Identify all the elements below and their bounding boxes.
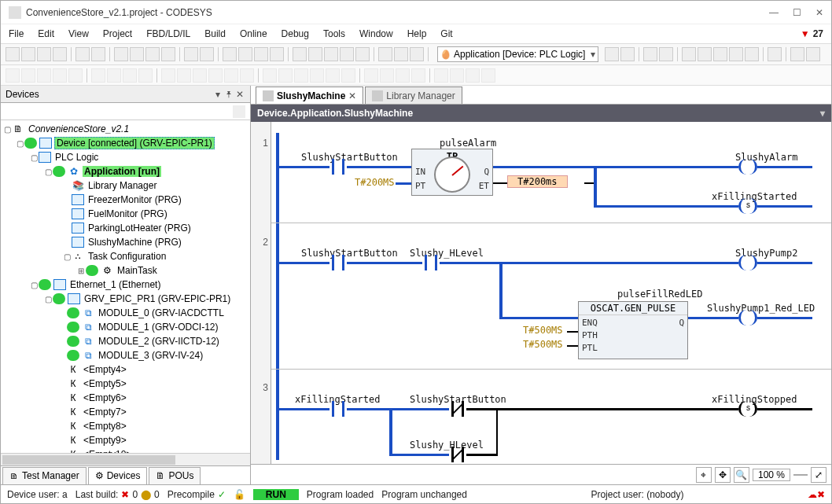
tree-m1[interactable]: MODULE_1 (GRV-ODCI-12)	[97, 322, 219, 333]
tb-y-icon[interactable]	[790, 47, 804, 61]
tree-e9[interactable]: <Empty9>	[82, 435, 128, 446]
et-20-icon[interactable]	[326, 68, 340, 83]
tb-d-icon[interactable]	[340, 47, 354, 61]
contact-nc[interactable]	[449, 401, 466, 417]
et-15-icon[interactable]	[240, 68, 254, 83]
menu-debug[interactable]: Debug	[282, 28, 309, 39]
zoom-level[interactable]: 100 %	[753, 469, 790, 481]
tree-eth[interactable]: Ethernet_1 (Ethernet)	[68, 279, 162, 290]
et-19-icon[interactable]	[310, 68, 324, 83]
et-18-icon[interactable]	[294, 68, 308, 83]
zoom-dropdown-icon[interactable]	[793, 474, 808, 476]
menu-build[interactable]: Build	[204, 28, 226, 39]
oscat-block[interactable]: OSCAT.GEN_PULSE ENQ PTH PTL Q	[578, 301, 688, 359]
et-25-icon[interactable]	[411, 68, 425, 83]
cut-icon[interactable]	[114, 47, 128, 61]
pane-close-icon[interactable]: ✕	[234, 89, 245, 100]
coil[interactable]	[738, 255, 757, 270]
et-4-icon[interactable]	[53, 68, 67, 83]
tb-g-icon[interactable]	[394, 47, 408, 61]
tree-prg3[interactable]: ParkingLotHeater (PRG)	[87, 223, 193, 234]
et-29-icon[interactable]	[481, 68, 495, 83]
tree-project[interactable]: ConvenienceStore_v2.1	[27, 123, 131, 134]
et-13-icon[interactable]	[208, 68, 223, 83]
autohide-icon[interactable]: 🖈	[223, 89, 234, 100]
tab-close-icon[interactable]: ✕	[348, 90, 356, 101]
ladder-editor[interactable]: 1 2 3 SlushyStartButton pulseAlarm TP IN	[251, 122, 831, 484]
et-6-icon[interactable]	[91, 68, 105, 83]
menu-online[interactable]: Online	[240, 28, 267, 39]
start-icon[interactable]	[643, 47, 657, 61]
logout-icon[interactable]	[620, 47, 635, 61]
login-icon[interactable]	[605, 47, 619, 61]
tb-x-icon[interactable]	[768, 47, 782, 61]
cloud-icon[interactable]: ☁✖	[808, 489, 825, 500]
menu-git[interactable]: Git	[440, 28, 452, 39]
run-to-icon[interactable]	[729, 47, 743, 61]
tree-device[interactable]: Device [connected] (GRV-EPIC-PR1)	[54, 137, 215, 149]
contact-no[interactable]	[422, 255, 440, 270]
fit-icon[interactable]: ⤢	[811, 467, 826, 483]
save-icon[interactable]	[37, 47, 51, 61]
et-5-icon[interactable]	[68, 68, 83, 83]
tree-prg1[interactable]: FreezerMonitor (PRG)	[87, 194, 183, 205]
coil-set[interactable]: s	[738, 401, 757, 417]
tree-m2[interactable]: MODULE_2 (GRV-IICTD-12)	[97, 336, 221, 347]
twisty-icon[interactable]: ▢	[43, 167, 53, 176]
delete-icon[interactable]	[161, 47, 175, 61]
redo-icon[interactable]	[91, 47, 105, 61]
menu-view[interactable]: View	[68, 28, 89, 39]
menu-window[interactable]: Window	[359, 28, 393, 39]
minimize-button[interactable]: —	[769, 7, 779, 18]
tree-taskcfg[interactable]: Task Configuration	[87, 251, 168, 262]
pointer-icon[interactable]: ⌖	[696, 467, 712, 483]
et-11-icon[interactable]	[177, 68, 191, 83]
twisty-icon[interactable]: ▢	[29, 281, 39, 289]
bookmark-next-icon[interactable]	[238, 47, 252, 61]
tree-e7[interactable]: <Empty7>	[82, 407, 128, 418]
step-in-icon[interactable]	[682, 47, 696, 61]
tree-prg2[interactable]: FuelMonitor (PRG)	[87, 208, 169, 219]
tree-prg4[interactable]: SlushyMachine (PRG)	[87, 237, 183, 248]
twisty-icon[interactable]: ▢	[43, 295, 53, 304]
et-7-icon[interactable]	[107, 68, 121, 83]
copy-icon[interactable]	[130, 47, 144, 61]
tree-grv[interactable]: GRV_EPIC_PR1 (GRV-EPIC-PR1)	[83, 293, 232, 304]
et-8-icon[interactable]	[123, 68, 137, 83]
contact-nc[interactable]	[449, 447, 466, 462]
tree-e6[interactable]: <Empty6>	[82, 392, 128, 403]
tab-library-manager[interactable]: Library Manager	[365, 86, 462, 104]
menu-file[interactable]: File	[9, 28, 24, 39]
coil[interactable]	[738, 310, 757, 326]
find-icon[interactable]	[184, 47, 198, 61]
tree-app[interactable]: Application [run]	[83, 166, 161, 177]
menu-fbd[interactable]: FBD/LD/IL	[146, 28, 190, 39]
tb-c-icon[interactable]	[324, 47, 338, 61]
subbar-dropdown-icon[interactable]	[233, 105, 245, 118]
menu-edit[interactable]: Edit	[38, 28, 54, 39]
tree-plc[interactable]: PLC Logic	[53, 152, 100, 163]
maximize-button[interactable]: ☐	[793, 7, 801, 18]
contact-no[interactable]	[329, 255, 347, 270]
bookmark-clear-icon[interactable]	[270, 47, 284, 61]
pin-icon[interactable]: ▾	[212, 89, 223, 100]
tree-e8[interactable]: <Empty8>	[82, 421, 128, 432]
tree-e5[interactable]: <Empty5>	[82, 378, 128, 389]
et-22-icon[interactable]	[364, 68, 378, 83]
et-23-icon[interactable]	[380, 68, 394, 83]
bookmark-prev-icon[interactable]	[254, 47, 268, 61]
menu-project[interactable]: Project	[103, 28, 132, 39]
et-2-icon[interactable]	[21, 68, 35, 83]
step-over-icon[interactable]	[698, 47, 712, 61]
twisty-icon[interactable]: ▢	[62, 252, 72, 261]
twisty-icon[interactable]: ▢	[15, 139, 24, 148]
menu-tools[interactable]: Tools	[323, 28, 345, 39]
coil[interactable]	[738, 159, 757, 175]
close-button[interactable]: ✕	[815, 7, 823, 18]
tree-e4[interactable]: <Empty4>	[82, 364, 128, 375]
et-3-icon[interactable]	[37, 68, 51, 83]
et-9-icon[interactable]	[138, 68, 153, 83]
twisty-icon[interactable]: ⊞	[76, 267, 86, 275]
tb-f-icon[interactable]	[378, 47, 392, 61]
et-24-icon[interactable]	[396, 68, 410, 83]
